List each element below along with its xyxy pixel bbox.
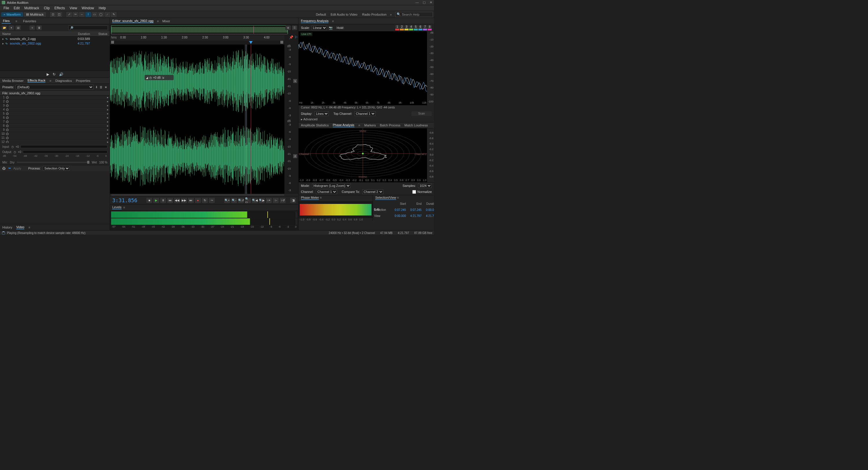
normalize-checkbox[interactable]: Normalize (412, 190, 432, 194)
zoom-amplitude-out-button[interactable]: ↕- (273, 198, 279, 203)
hold-button-1[interactable]: 1 (395, 25, 399, 28)
file-row[interactable]: ▸∿sounds_sfx_2.ogg0:03.589 (0, 36, 110, 41)
hud-pin-icon[interactable]: ⇲ (162, 76, 164, 79)
new-file-button[interactable]: ▾ (9, 26, 14, 30)
tab-batch-process[interactable]: Batch Process (380, 124, 400, 127)
file-row[interactable]: ▸∿sounds_sfx_2802.ogg4:21.797 (0, 41, 110, 46)
pin-icon[interactable]: 📌 (289, 35, 293, 39)
scan-button[interactable]: Scan (411, 112, 432, 116)
skip-selection-button[interactable]: ⤳ (209, 198, 215, 203)
zoom-in-button[interactable]: 🔍+ (224, 198, 230, 203)
tab-effects-rack[interactable]: Effects Rack (28, 79, 45, 83)
input-knob-icon[interactable]: ◷ (11, 145, 14, 148)
effect-slot[interactable]: 2⏻▸ (0, 99, 110, 103)
go-end-button[interactable]: ⏭ (188, 198, 194, 203)
slot-arrow-icon[interactable]: ▸ (107, 124, 108, 127)
level-meter-ch1[interactable] (111, 212, 297, 218)
waveform-display[interactable]: dB -3-6-9-15-21-21-15-9-6-3 1 ◢ ◷ +0 dB … (110, 44, 284, 194)
tab-editor[interactable]: Editor: sounds_sfx_2802.ogg (112, 19, 154, 23)
col-status[interactable]: Status (90, 32, 107, 36)
workspace-radio-production[interactable]: Radio Production (362, 13, 386, 16)
advanced-disclosure[interactable]: ▸ Advanced (299, 117, 434, 122)
insert-button[interactable]: ⎆ (30, 26, 35, 30)
slot-power-icon[interactable]: ⏻ (6, 124, 10, 127)
zoom-out-button[interactable]: 🔍- (231, 198, 237, 203)
mix-pct[interactable]: 100 % (99, 161, 107, 164)
slot-power-icon[interactable]: ⏻ (6, 100, 10, 103)
time-select-tool-button[interactable]: I (85, 12, 91, 17)
effect-slot[interactable]: 11⏻▸ (0, 136, 110, 140)
freq-tab-menu-icon[interactable]: ≡ (332, 20, 334, 23)
slot-power-icon[interactable]: ⏻ (6, 128, 10, 131)
playhead[interactable] (251, 44, 251, 194)
ruler-options-icon[interactable]: ⚐ (294, 35, 298, 39)
close-icon[interactable]: ✕ (430, 1, 432, 4)
phase-meter-menu-icon[interactable]: ≡ (320, 196, 321, 199)
phase-mode-select[interactable]: Histogram (Log Zoom) (312, 183, 351, 188)
slot-arrow-icon[interactable]: ▸ (107, 116, 108, 119)
selview-value[interactable]: 0:07.245 (392, 208, 406, 214)
tab-files[interactable]: Files (2, 19, 11, 24)
zoom-nav-icon[interactable]: ⊕ (286, 26, 291, 30)
tab-properties[interactable]: Properties (76, 79, 90, 83)
move-tool-button[interactable]: ⤢ (66, 12, 72, 17)
preview-play-button[interactable]: ▶ (46, 72, 49, 76)
slot-arrow-icon[interactable]: ▸ (107, 132, 108, 135)
mode-waveform-button[interactable]: ≈ Waveform (1, 12, 23, 17)
rack-tab-menu-icon[interactable]: ≡ (50, 79, 51, 83)
phase-samples-select[interactable]: 1024 (418, 183, 432, 188)
record-button[interactable]: ● (195, 198, 201, 203)
slot-power-icon[interactable]: ⏻ (6, 132, 10, 135)
files-filter-input[interactable] (68, 26, 108, 30)
tab-media-browser[interactable]: Media Browser (2, 79, 24, 83)
menu-help[interactable]: Help (96, 5, 108, 11)
slot-arrow-icon[interactable]: ▸ (107, 96, 108, 99)
selview-value[interactable]: 4:21.797 (407, 214, 422, 220)
hud-gain-value[interactable]: +0 dB (153, 76, 161, 79)
phase-compare-select[interactable]: Channel 2 (362, 189, 383, 194)
effect-slot[interactable]: 6⏻▸ (0, 116, 110, 120)
col-name[interactable]: Name (2, 32, 70, 36)
hold-button-5[interactable]: 5 (414, 25, 418, 28)
rack-list-icon[interactable]: ≔ (8, 166, 11, 170)
channel-2-indicator[interactable]: 2 (293, 154, 297, 158)
selview-value[interactable]: 0:00.000 (392, 214, 406, 220)
minimize-icon[interactable]: — (415, 1, 418, 4)
tab-favorites[interactable]: Favorites (22, 19, 37, 24)
capture-icon[interactable]: 📷 (329, 26, 333, 30)
slot-arrow-icon[interactable]: ▸ (107, 104, 108, 107)
view-options-icon[interactable]: ☰ (292, 26, 297, 30)
levels-tab[interactable]: Levels (112, 206, 122, 210)
top-channel-select[interactable]: Channel 1 (354, 112, 376, 116)
slot-power-icon[interactable]: ⏻ (6, 120, 10, 123)
selview-menu-icon[interactable]: ≡ (397, 196, 399, 199)
heal-tool-button[interactable]: ✎ (111, 12, 117, 17)
col-duration[interactable]: Duration (70, 32, 90, 36)
input-value[interactable]: +0 (16, 145, 19, 148)
marquee-tool-button[interactable]: ▭ (92, 12, 97, 17)
slot-arrow-icon[interactable]: ▸ (107, 112, 108, 115)
effect-slot[interactable]: 3⏻▸ (0, 103, 110, 107)
hold-button-4[interactable]: 4 (409, 25, 413, 28)
phase-tab-menu-icon[interactable]: ≡ (359, 124, 360, 127)
selview-value[interactable]: 4:21.797 (423, 214, 434, 220)
scale-select[interactable]: Linear (312, 26, 327, 30)
tab-files-menu-icon[interactable]: ≡ (16, 20, 17, 23)
apply-button[interactable]: Apply (13, 166, 22, 170)
effect-slot[interactable]: 5⏻▸ (0, 112, 110, 116)
lasso-tool-button[interactable]: ◯ (98, 12, 104, 17)
preview-autoplay-button[interactable]: 🔊 (59, 72, 63, 76)
menu-file[interactable]: File (1, 5, 11, 11)
delete-button[interactable]: 🗑 (36, 26, 42, 30)
zoom-amplitude-reset-button[interactable]: ↕↺ (280, 198, 286, 203)
presets-select[interactable]: (Default) (16, 85, 93, 89)
phase-meter-tab[interactable]: Phase Meter (301, 196, 319, 200)
channel-1-indicator[interactable]: 1 (293, 79, 297, 83)
zoom-amplitude-in-button[interactable]: ↕+ (266, 198, 272, 203)
hold-button-3[interactable]: 3 (404, 25, 408, 28)
slot-arrow-icon[interactable]: ▸ (107, 100, 108, 103)
slot-arrow-icon[interactable]: ▸ (107, 120, 108, 123)
slot-arrow-icon[interactable]: ▸ (107, 136, 108, 139)
level-meter-ch2[interactable] (111, 218, 297, 225)
marker-left-icon[interactable] (111, 41, 114, 44)
